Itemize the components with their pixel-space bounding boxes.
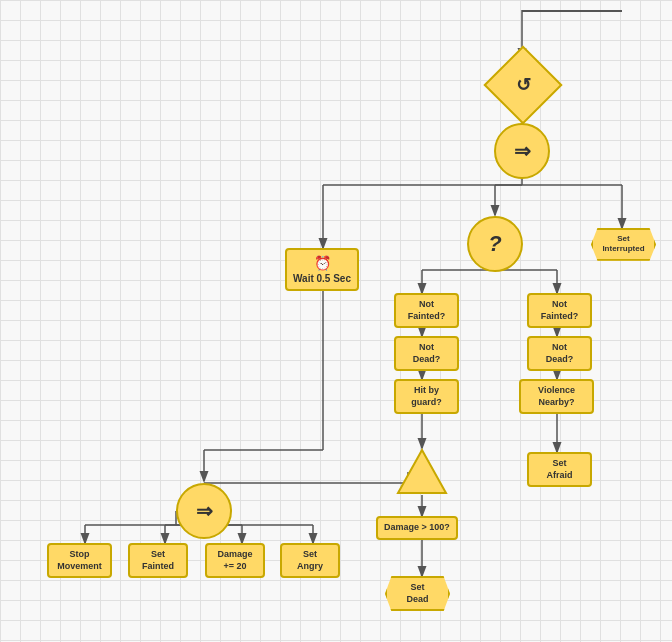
triangle-node — [396, 448, 448, 495]
hit-by-guard-node: Hit byguard? — [394, 379, 459, 414]
wait-node: ⏰ Wait 0.5 Sec — [285, 248, 359, 291]
not-fainted-right-node: NotFainted? — [527, 293, 592, 328]
not-fainted-left-node: NotFainted? — [394, 293, 459, 328]
set-interrupted-node: SetInterrupted — [591, 228, 656, 261]
forward-mid-node: ⇒ — [176, 483, 232, 539]
set-dead-node: SetDead — [385, 576, 450, 611]
damage-100-node: Damage > 100? — [376, 516, 458, 540]
loop-node: ↺ — [493, 55, 553, 115]
svg-marker-56 — [398, 450, 446, 493]
question-node: ? — [467, 216, 523, 272]
set-fainted-node: SetFainted — [128, 543, 188, 578]
flowchart-canvas: ↺ ⇒ ⏰ Wait 0.5 Sec ? SetInterrupted NotF… — [0, 0, 672, 642]
stop-movement-node: StopMovement — [47, 543, 112, 578]
set-afraid-node: SetAfraid — [527, 452, 592, 487]
top-wire — [522, 10, 622, 12]
not-dead-right-node: NotDead? — [527, 336, 592, 371]
damage-20-node: Damage+= 20 — [205, 543, 265, 578]
set-angry-node: SetAngry — [280, 543, 340, 578]
forward-top-node: ⇒ — [494, 123, 550, 179]
not-dead-left-node: NotDead? — [394, 336, 459, 371]
violence-nearby-node: ViolenceNearby? — [519, 379, 594, 414]
